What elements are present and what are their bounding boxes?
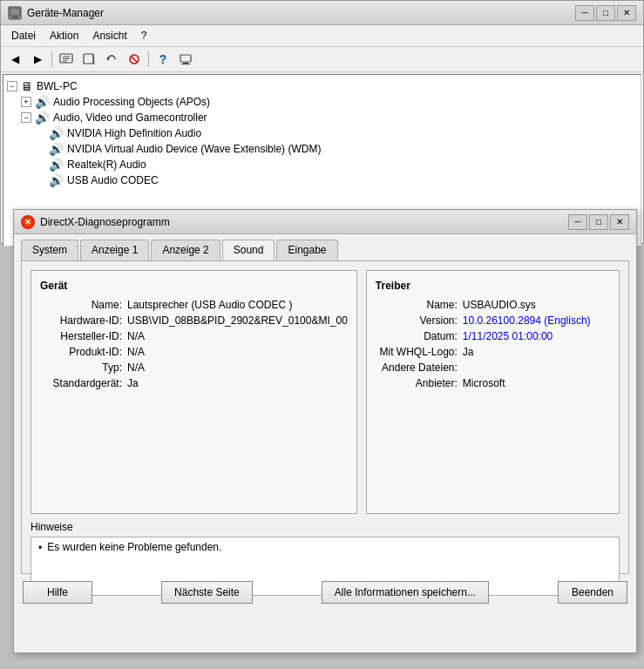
tab-bar: System Anzeige 1 Anzeige 2 Sound Eingabe: [14, 234, 636, 260]
minimize-button[interactable]: ─: [575, 5, 594, 21]
typ-value: N/A: [127, 362, 145, 374]
driver-date-value: 1/11/2025 01:00:00: [463, 330, 552, 342]
tree-realtek[interactable]: 🔊 Realtek(R) Audio: [7, 157, 637, 172]
tree-apos[interactable]: + 🔊 Audio Processing Objects (APOs): [7, 94, 637, 110]
toolbar-uninstall[interactable]: [124, 50, 145, 69]
notes-text: Es wurden keine Probleme gefunden.: [47, 541, 221, 553]
standard-value: Ja: [127, 377, 139, 389]
tab-content: Gerät Name: Lautsprecher (USB Audio CODE…: [21, 260, 629, 574]
svg-rect-0: [10, 8, 20, 16]
andere-label: Andere Dateien:: [376, 362, 463, 374]
info-panels: Gerät Name: Lautsprecher (USB Audio CODE…: [31, 270, 620, 514]
directx-titlebar: ✕ DirectX-Diagnoseprogramm ─ □ ✕: [14, 210, 636, 234]
anbieter-value: Microsoft: [463, 377, 505, 389]
directx-maximize[interactable]: □: [589, 214, 608, 230]
hersteller-id-row: Hersteller-ID: N/A: [40, 330, 348, 342]
toolbar-monitor[interactable]: [175, 50, 196, 69]
andere-row: Andere Dateien:: [376, 362, 610, 374]
driver-date-label: Datum:: [376, 330, 463, 342]
device-manager-title: Geräte-Manager: [27, 7, 104, 19]
hardware-id-label: Hardware-ID:: [40, 314, 127, 327]
toolbar-forward[interactable]: ▶: [27, 50, 48, 69]
tab-sound[interactable]: Sound: [222, 240, 275, 260]
notes-item: • Es wurden keine Probleme gefunden.: [38, 541, 612, 554]
hilfe-button[interactable]: Hilfe: [23, 581, 92, 604]
menu-help[interactable]: ?: [134, 27, 154, 44]
hersteller-id-value: N/A: [127, 330, 145, 342]
directx-minimize[interactable]: ─: [568, 214, 587, 230]
realtek-icon: 🔊: [49, 158, 64, 172]
device-name-value: Lautsprecher (USB Audio CODEC ): [127, 299, 292, 311]
driver-name-row: Name: USBAUDIO.sys: [376, 299, 610, 311]
driver-version-label: Version:: [376, 314, 463, 327]
tab-eingabe[interactable]: Eingabe: [276, 240, 337, 260]
produkt-id-value: N/A: [127, 346, 145, 358]
standard-row: Standardgerät: Ja: [40, 377, 348, 389]
toolbar: ◀ ▶ ?: [1, 47, 643, 72]
produkt-id-label: Produkt-ID:: [40, 346, 127, 358]
toolbar-properties[interactable]: [56, 50, 77, 69]
device-manager-window: Geräte-Manager ─ □ ✕ Datei Aktion Ansich…: [0, 0, 644, 244]
driver-panel-title: Treiber: [376, 280, 610, 292]
maximize-button[interactable]: □: [596, 5, 615, 21]
toolbar-update[interactable]: [101, 50, 122, 69]
device-panel: Gerät Name: Lautsprecher (USB Audio CODE…: [31, 270, 357, 514]
apos-expand[interactable]: +: [21, 97, 31, 107]
svg-rect-13: [183, 63, 188, 64]
standard-label: Standardgerät:: [40, 377, 127, 389]
svg-line-11: [132, 57, 137, 62]
tab-anzeige2[interactable]: Anzeige 2: [151, 240, 220, 260]
toolbar-help[interactable]: ?: [153, 50, 173, 69]
nvidia-virtual-label: NVIDIA Virtual Audio Device (Wave Extens…: [67, 143, 321, 155]
hardware-id-value: USB\VID_08BB&PID_2902&REV_0100&MI_00: [127, 314, 348, 327]
menu-aktion[interactable]: Aktion: [43, 27, 85, 44]
audio-expand[interactable]: −: [21, 112, 31, 123]
close-button[interactable]: ✕: [617, 5, 636, 21]
device-manager-titlebar: Geräte-Manager ─ □ ✕: [1, 1, 643, 25]
svg-rect-1: [12, 17, 17, 18]
svg-rect-14: [181, 64, 190, 64]
driver-name-label: Name:: [376, 299, 463, 311]
tree-nvidia-hd[interactable]: 🔊 NVIDIA High Definition Audio: [7, 125, 637, 141]
tree-audio-video[interactable]: − 🔊 Audio, Video und Gamecontroller: [7, 110, 637, 125]
whql-row: Mit WHQL-Logo: Ja: [376, 346, 610, 358]
directx-close[interactable]: ✕: [610, 214, 629, 230]
audio-video-icon: 🔊: [35, 111, 50, 125]
menu-datei[interactable]: Datei: [4, 27, 43, 44]
nvidia-hd-icon: 🔊: [49, 126, 64, 140]
device-manager-icon: [8, 6, 22, 20]
svg-rect-2: [10, 17, 19, 18]
toolbar-back[interactable]: ◀: [4, 50, 25, 69]
tab-system[interactable]: System: [21, 240, 78, 260]
save-info-button[interactable]: Alle Informationen speichern...: [322, 581, 489, 604]
whql-value: Ja: [463, 346, 474, 358]
tree-nvidia-virtual[interactable]: 🔊 NVIDIA Virtual Audio Device (Wave Exte…: [7, 141, 637, 157]
device-panel-title: Gerät: [40, 280, 348, 292]
menu-ansicht[interactable]: Ansicht: [85, 27, 133, 44]
apos-label: Audio Processing Objects (APOs): [53, 96, 210, 108]
anbieter-label: Anbieter:: [376, 377, 463, 389]
next-page-button[interactable]: Nächste Seite: [161, 581, 253, 604]
produkt-id-row: Produkt-ID: N/A: [40, 346, 348, 358]
typ-label: Typ:: [40, 362, 127, 374]
dialog-footer: Hilfe Nächste Seite Alle Informationen s…: [14, 574, 636, 611]
directx-titlebar-left: ✕ DirectX-Diagnoseprogramm: [21, 215, 170, 229]
whql-label: Mit WHQL-Logo:: [376, 346, 463, 358]
directx-controls: ─ □ ✕: [568, 214, 629, 230]
driver-version-row: Version: 10.0.26100.2894 (Englisch): [376, 314, 610, 327]
realtek-label: Realtek(R) Audio: [67, 159, 146, 171]
close-app-button[interactable]: Beenden: [558, 581, 627, 604]
toolbar-scan[interactable]: [78, 50, 99, 69]
tree-usb-audio[interactable]: 🔊 USB Audio CODEC: [7, 172, 637, 188]
root-expand[interactable]: −: [7, 81, 17, 91]
hersteller-id-label: Hersteller-ID:: [40, 330, 127, 342]
usb-audio-icon: 🔊: [49, 173, 64, 187]
driver-date-row: Datum: 1/11/2025 01:00:00: [376, 330, 610, 342]
driver-name-value: USBAUDIO.sys: [463, 299, 536, 311]
svg-rect-7: [84, 54, 93, 64]
computer-icon: 🖥: [21, 79, 33, 93]
tree-root[interactable]: − 🖥 BWL-PC: [7, 78, 637, 94]
tab-anzeige1[interactable]: Anzeige 1: [80, 240, 149, 260]
device-name-label: Name:: [40, 299, 127, 311]
nvidia-virtual-icon: 🔊: [49, 142, 64, 156]
